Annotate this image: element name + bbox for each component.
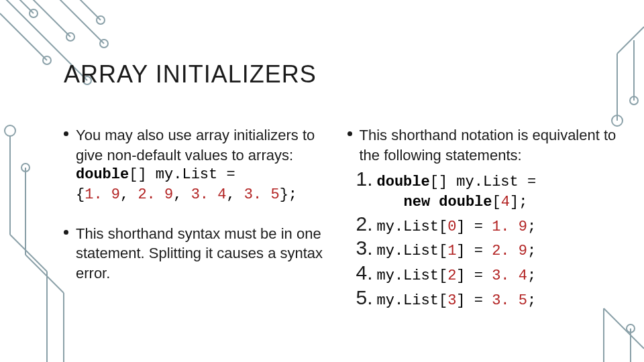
bullet-text: You may also use array initializers to g… [76,125,334,165]
svg-point-11 [97,16,105,24]
svg-line-0 [0,13,47,60]
svg-point-28 [627,324,635,333]
bullet-icon [64,230,68,235]
svg-point-8 [66,33,74,41]
svg-line-3 [27,0,70,37]
code-line: my.List[3] = 3. 5; [374,291,537,311]
code-line: double[] my.List = [76,165,334,185]
item-number: 2. [347,213,373,235]
list-item: 4. my.List[2] = 3. 4; [347,261,618,286]
item-number: 4. [347,261,373,284]
svg-point-10 [100,40,108,48]
list-item: 5. my.List[3] = 3. 5; [347,286,618,311]
svg-point-6 [43,56,51,64]
list-item: new double[4]; [347,192,618,213]
code-line: {1. 9, 2. 9, 3. 4, 3. 5}; [76,185,334,205]
svg-point-12 [5,125,15,136]
numbered-list: 1. double[] my.List = new double[4]; 2. … [347,168,618,310]
svg-point-24 [630,97,638,105]
item-number: 1. [347,168,373,190]
bullet-item: This shorthand notation is equivalent to… [347,125,618,165]
bullet-icon [347,131,352,136]
right-column: This shorthand notation is equivalent to… [347,125,618,311]
bullet-item: This shorthand syntax must be in one sta… [64,224,334,284]
list-item: 2. my.List[0] = 1. 9; [347,213,618,237]
code-line: my.List[2] = 3. 4; [374,266,537,286]
svg-line-2 [13,0,34,13]
svg-point-19 [21,164,30,172]
bullet-item: You may also use array initializers to g… [64,125,334,205]
code-line: double[] my.List = [374,172,537,192]
code-line: my.List[0] = 1. 9; [374,217,537,237]
bullet-text: This shorthand notation is equivalent to… [360,125,618,165]
svg-line-4 [54,0,104,44]
code-line: new double[4]; [374,192,528,213]
bullet-text: This shorthand syntax must be in one sta… [76,224,334,284]
svg-line-17 [25,255,64,293]
svg-line-14 [10,235,47,272]
svg-line-20 [617,27,644,54]
svg-line-25 [604,308,644,349]
item-number: 3. [347,237,373,259]
svg-point-7 [30,9,38,17]
bullet-icon [64,131,68,136]
list-item: 3. my.List[1] = 2. 9; [347,237,618,261]
item-number: 5. [347,286,373,308]
svg-line-5 [74,0,101,20]
code-line: my.List[1] = 2. 9; [374,241,537,261]
left-column: You may also use array initializers to g… [64,125,334,311]
list-item: 1. double[] my.List = [347,168,618,192]
slide-title: ARRAY INITIALIZERS [64,60,617,88]
